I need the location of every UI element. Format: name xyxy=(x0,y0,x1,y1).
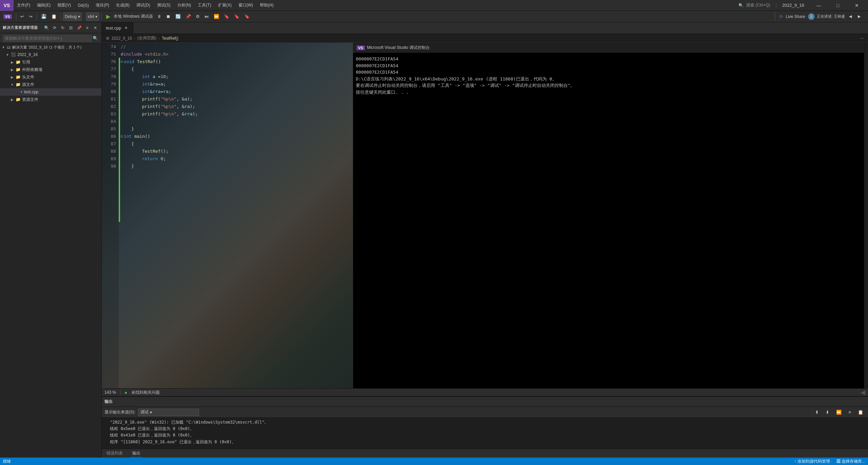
zoom-level[interactable]: 143 % xyxy=(104,390,116,395)
console-title-text: Microsoft Visual Studio 调试控制台 xyxy=(367,45,430,51)
breadcrumb-scope[interactable]: (全局范围) xyxy=(137,35,156,41)
menu-item-W[interactable]: 窗口(W) xyxy=(235,0,256,11)
config-dropdown[interactable]: Debug ▾ xyxy=(63,13,82,21)
toolbar-bookmark-2[interactable]: 🔖 xyxy=(232,12,242,21)
save-button[interactable]: 💾 xyxy=(39,12,49,21)
tree-item-ref[interactable]: ▶ 📁 引用 xyxy=(0,58,101,66)
toolbar-debug-7[interactable]: ⏩ xyxy=(212,12,221,21)
search-placeholder-text[interactable]: 搜索 (Ctrl+Q) xyxy=(746,2,770,8)
live-share-label[interactable]: Live Share xyxy=(786,14,805,19)
code-lines[interactable]: // #include <stdio.h> ⊟ void TestRef xyxy=(119,43,353,388)
run-button[interactable]: ▶ xyxy=(103,12,113,21)
bottom-tab-output[interactable]: 输出 xyxy=(130,450,142,457)
config-dropdown-arrow: ▾ xyxy=(78,14,80,19)
toolbar-bookmark-3[interactable]: 🔖 xyxy=(242,12,252,21)
search-icon[interactable]: 🔍 xyxy=(92,35,99,42)
solution-search-input[interactable] xyxy=(3,35,92,42)
editor-scrollbar-right[interactable] xyxy=(864,43,868,388)
main-toolbar: VS ↩ ↪ 💾 📋 Debug ▾ x64 ▾ ▶ 本地 Windows 调试… xyxy=(0,11,868,22)
menu-item-GitG[interactable]: Git(G) xyxy=(74,0,92,11)
code-line-78: int a = 10 ; xyxy=(119,73,353,80)
output-btn-4[interactable]: ≡ xyxy=(846,408,853,417)
breadcrumb-sep-2: › xyxy=(158,36,160,41)
toolbar-debug-2[interactable]: ⏹ xyxy=(164,12,173,21)
menu-item-E[interactable]: 编辑(E) xyxy=(34,0,54,11)
tree-arrow-ref: ▶ xyxy=(10,60,14,64)
sidebar-pin-btn[interactable]: 📌 xyxy=(76,24,82,31)
status-select-repo[interactable]: ☰ 选择存储库... xyxy=(836,459,865,464)
toolbar-debug-6[interactable]: ⏭ xyxy=(202,12,211,21)
code-line-79: int & ra = a ; xyxy=(119,80,353,88)
status-ok-icon: ● xyxy=(124,390,127,395)
tree-item-headers[interactable]: ▶ 📁 头文件 xyxy=(0,73,101,81)
redo-button[interactable]: ↪ xyxy=(27,12,35,21)
config-value: Debug xyxy=(65,14,77,19)
toolbar-sep-3 xyxy=(61,13,61,20)
output-btn-3[interactable]: ⏩ xyxy=(834,408,844,417)
close-button[interactable]: ✕ xyxy=(849,0,865,11)
tab-close-test-cpp[interactable]: ✕ xyxy=(123,25,129,31)
menu-item-S[interactable]: 测试(S) xyxy=(154,0,174,11)
resources-label: 资源文件 xyxy=(22,97,38,103)
status-add-to-source[interactable]: ↑ 添加到源代码管理 · xyxy=(794,459,832,464)
sidebar-search-btn[interactable]: 🔍 xyxy=(43,24,50,31)
minimize-button[interactable]: — xyxy=(811,0,827,11)
menu-item-D[interactable]: 调试(D) xyxy=(133,0,154,11)
undo-button[interactable]: ↩ xyxy=(18,12,26,21)
green-indicator-bar xyxy=(119,58,120,222)
menu-item-N[interactable]: 分析(N) xyxy=(174,0,195,11)
tree-item-source[interactable]: ▼ 📁 源文件 xyxy=(0,81,101,88)
source-dropdown[interactable]: 调试 ▾ xyxy=(138,409,199,416)
scroll-left-icon[interactable]: ◀ xyxy=(861,389,865,396)
sidebar-menu-btn[interactable]: ≡ xyxy=(84,24,91,31)
menu-item-B[interactable]: 生成(B) xyxy=(113,0,133,11)
toolbar-debug-1[interactable]: ⏸ xyxy=(155,12,163,21)
tree-item-test-cpp[interactable]: ▶ + test.cpp xyxy=(0,88,101,96)
collapse-main[interactable]: ⊟ xyxy=(121,134,123,138)
platform-dropdown[interactable]: x64 ▾ xyxy=(86,13,99,21)
menu-bar: 文件(F)编辑(E)视图(V)Git(G)项目(P)生成(B)调试(D)测试(S… xyxy=(14,0,732,11)
menu-item-T[interactable]: 工具(T) xyxy=(194,0,214,11)
toolbar-bookmark-1[interactable]: 🔖 xyxy=(222,12,231,21)
menu-item-H[interactable]: 帮助(H) xyxy=(256,0,277,11)
output-btn-5[interactable]: 📋 xyxy=(856,408,865,417)
sidebar-refresh-btn[interactable]: ↻ xyxy=(59,24,66,31)
breadcrumb-project[interactable]: 2022_9_16 xyxy=(112,36,132,41)
tree-item-project[interactable]: ▼ ⬛ 2022_9_16 xyxy=(0,51,101,58)
bottom-tab-errors[interactable]: 错误列表 xyxy=(104,450,125,457)
console-output[interactable]: 0000007E2CD1FA54 0000007E2CD1FA54 000000… xyxy=(353,53,864,388)
collapse-testref[interactable]: ⊟ xyxy=(121,59,123,64)
ln-74: 74 xyxy=(102,43,119,50)
ln-79: 79 xyxy=(102,80,119,88)
menu-item-X[interactable]: 扩展(X) xyxy=(215,0,235,11)
output-btn-1[interactable]: ⬆ xyxy=(813,408,821,417)
presenter-next[interactable]: ▶ xyxy=(856,12,863,21)
menu-item-V[interactable]: 视图(V) xyxy=(54,0,74,11)
save-all-button[interactable]: 📋 xyxy=(49,12,59,21)
toolbar-debug-4[interactable]: 📌 xyxy=(184,12,193,21)
ln-85: 85 xyxy=(102,125,119,132)
menu-item-P[interactable]: 项目(P) xyxy=(92,0,113,11)
console-title: VS Microsoft Visual Studio 调试控制台 xyxy=(356,45,430,51)
solution-tree: ▼ 🗂 解决方案 '2022_9_16' (1 个项目，共 1 个) ▼ ⬛ 2… xyxy=(0,43,101,458)
ln-90: 90 xyxy=(102,162,119,170)
extdep-icon: 📁 xyxy=(16,67,21,72)
breadcrumb-func[interactable]: TestRef() xyxy=(162,36,178,41)
tree-item-extdep[interactable]: ▶ 📁 外部依赖项 xyxy=(0,66,101,73)
sidebar-close-btn[interactable]: ✕ xyxy=(92,24,99,31)
tree-item-solution[interactable]: ▼ 🗂 解决方案 '2022_9_16' (1 个项目，共 1 个) xyxy=(0,43,101,51)
presenter-prev[interactable]: ◀ xyxy=(847,12,854,21)
toolbar-debug-5[interactable]: ⚙ xyxy=(194,12,202,21)
sidebar-sync-btn[interactable]: ⟳ xyxy=(51,24,58,31)
output-toolbar: 显示输出来源(S): 调试 ▾ ⬆ ⬇ ⏩ ≡ 📋 xyxy=(102,407,868,418)
tab-test-cpp[interactable]: test.cpp ✕ xyxy=(102,22,133,34)
maximize-button[interactable]: □ xyxy=(830,0,846,11)
vs-logo: VS xyxy=(0,0,14,11)
toolbar-debug-3[interactable]: 🔄 xyxy=(173,12,183,21)
tree-item-resources[interactable]: ▶ 📁 资源文件 xyxy=(0,96,101,103)
menu-item-F[interactable]: 文件(F) xyxy=(14,0,34,11)
output-content[interactable]: "2022_9_16.exe" (Win32): 已加载 "C:\Windows… xyxy=(102,418,868,449)
output-btn-2[interactable]: ⬇ xyxy=(824,408,831,417)
editor-status-bar: 143 % ● 未找到相关问题 ◀ xyxy=(102,388,868,396)
sidebar-collapse-btn[interactable]: ⊟ xyxy=(67,24,74,31)
